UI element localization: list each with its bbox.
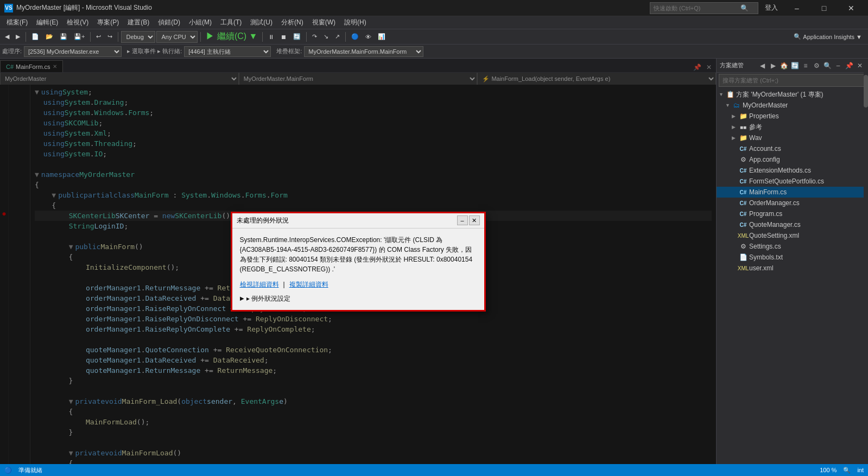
exception-close-button[interactable]: ✕: [469, 215, 480, 225]
exception-settings-toggle[interactable]: ▶ ▸ 例外狀況設定: [240, 294, 477, 303]
step-into-button[interactable]: ↘: [321, 31, 331, 43]
thread-prefix: ▸ 選取事件 ▸ 執行緒:: [127, 47, 182, 55]
save-button[interactable]: 💾: [57, 31, 70, 43]
exception-error-text: System.Runtime.InteropServices.COMExcept…: [240, 235, 477, 274]
back-button[interactable]: ◀: [2, 31, 12, 43]
tree-quote-setting-xml[interactable]: XML QuoteSetting.xml: [717, 230, 868, 241]
expand-arrow-icon: ▶: [240, 294, 244, 302]
project-label: MyOrderMaster: [743, 101, 788, 109]
sep3: [118, 32, 118, 42]
thread-dropdown[interactable]: [4464] 主執行緒: [184, 46, 271, 57]
form-cs-icon: C#: [739, 177, 747, 186]
symbols-spacer: [732, 255, 737, 260]
app-insights-button[interactable]: 🔍 Application Insights ▼: [790, 31, 866, 42]
menu-view[interactable]: 檢視(V): [62, 16, 93, 29]
menu-tools[interactable]: 工具(T): [216, 16, 246, 29]
step-over-button[interactable]: ↷: [309, 31, 320, 43]
debug-bar: 處理序: [2536] MyOrderMaster.exe ▸ 選取事件 ▸ 執…: [0, 45, 868, 59]
tree-user-xml[interactable]: XML user.xml: [717, 263, 868, 274]
solution-search-input[interactable]: [719, 74, 866, 87]
continue-button[interactable]: ▶ 繼續(C) ▼: [204, 31, 259, 43]
mainform-cs-icon: C#: [739, 188, 747, 196]
new-button[interactable]: 📄: [29, 31, 42, 43]
menu-edit[interactable]: 編輯(E): [32, 16, 62, 29]
solution-root-item[interactable]: ▼ 📋 方案 'MyOrderMaster' (1 專案): [717, 89, 868, 100]
redo-button[interactable]: ↪: [105, 31, 115, 43]
prog-cs-icon: C#: [739, 210, 747, 218]
tree-symbols-txt[interactable]: 📄 Symbols.txt: [717, 252, 868, 263]
breakpoints-button[interactable]: 🔵: [349, 31, 362, 43]
diagnostic-button[interactable]: 📊: [375, 31, 388, 43]
project-item[interactable]: ▼ 🗂 MyOrderMaster: [717, 100, 868, 111]
save-all-button[interactable]: 💾+: [71, 31, 87, 43]
tree-account-cs[interactable]: C# Account.cs: [717, 143, 868, 154]
solution-scrollbar[interactable]: [864, 59, 868, 464]
debug-status-icon: 🔵: [4, 467, 12, 474]
editor-area: C# MainForm.cs ✕ 📌 ✕ MyOrderMaster MyOrd…: [0, 59, 716, 464]
tree-form-set-quote[interactable]: C# FormSetQuotePortfolio.cs: [717, 176, 868, 187]
menu-project[interactable]: 專案(P): [93, 16, 123, 29]
menu-test[interactable]: 測試(U): [246, 16, 277, 29]
status-bar: 🔵 準備就緒 100 % 🔍 int: [0, 464, 868, 476]
panel-search-scope-button[interactable]: 🔍: [822, 61, 832, 71]
tree-extension-methods[interactable]: C# ExtensionMethods.cs: [717, 165, 868, 176]
watch-button[interactable]: 👁: [363, 31, 374, 43]
quote-label: QuoteManager.cs: [749, 221, 801, 229]
panel-back-button[interactable]: ◀: [757, 61, 767, 71]
menu-team[interactable]: 小組(M): [185, 16, 216, 29]
tree-settings-cs[interactable]: ⚙ Settings.cs: [717, 241, 868, 252]
copy-details-link[interactable]: 複製詳細資料: [289, 280, 328, 289]
panel-refresh-button[interactable]: 🔄: [790, 61, 800, 71]
forward-button[interactable]: ▶: [13, 31, 23, 43]
tree-order-manager[interactable]: C# OrderManager.cs: [717, 198, 868, 208]
debug-status-text: 準備就緒: [18, 466, 42, 474]
panel-pin-button[interactable]: 📌: [844, 61, 854, 71]
toolbar: ◀ ▶ 📄 📂 💾 💾+ ↩ ↪ Debug Any CPU ▶ 繼續(C) ▼…: [0, 29, 868, 45]
frame-dropdown[interactable]: MyOrderMaster.MainForm.MainForm: [304, 46, 423, 57]
process-dropdown[interactable]: [2536] MyOrderMaster.exe: [24, 46, 122, 57]
exception-links: 檢視詳細資料 | 複製詳細資料: [240, 280, 477, 289]
quick-launch-input[interactable]: [654, 5, 740, 11]
exception-minimize-button[interactable]: –: [457, 215, 468, 225]
panel-min-button[interactable]: –: [833, 61, 843, 71]
pause-button[interactable]: ⏸: [265, 31, 277, 43]
prog-label: Program.cs: [749, 210, 782, 218]
menu-file[interactable]: 檔案(F): [2, 16, 32, 29]
debug-mode-dropdown[interactable]: Debug: [121, 31, 155, 43]
step-out-button[interactable]: ↗: [332, 31, 343, 43]
quick-launch-search[interactable]: 🔍: [650, 2, 758, 14]
login-label[interactable]: 登入: [765, 3, 778, 12]
menu-debug[interactable]: 偵錯(D): [154, 16, 185, 29]
panel-home-button[interactable]: 🏠: [779, 61, 789, 71]
stop-button[interactable]: ⏹: [278, 31, 289, 43]
restart-button[interactable]: 🔄: [290, 31, 303, 43]
exception-overlay: 未處理的例外狀況 – ✕ System.Runtime.InteropServi…: [0, 59, 716, 464]
menu-build[interactable]: 建置(B): [123, 16, 154, 29]
menu-help[interactable]: 說明(H): [340, 16, 371, 29]
undo-button[interactable]: ↩: [93, 31, 104, 43]
tree-app-config[interactable]: ⚙ App.config: [717, 154, 868, 165]
view-details-link[interactable]: 檢視詳細資料: [240, 280, 279, 289]
open-button[interactable]: 📂: [43, 31, 56, 43]
platform-dropdown[interactable]: Any CPU: [156, 31, 198, 43]
frame-label: 堆疊框架:: [276, 47, 302, 55]
exception-title-text: 未處理的例外狀況: [237, 216, 289, 225]
panel-settings-button[interactable]: ⚙: [812, 61, 821, 71]
tree-mainform-cs[interactable]: C# MainForm.cs: [717, 187, 868, 198]
panel-forward-button[interactable]: ▶: [768, 61, 778, 71]
panel-collapse-button[interactable]: ≡: [801, 61, 810, 71]
menu-analyze[interactable]: 分析(N): [277, 16, 308, 29]
tree-wav[interactable]: ▶ 📁 Wav: [717, 132, 868, 143]
tree-references[interactable]: ▶ ■■ 參考: [717, 122, 868, 132]
maximize-button[interactable]: □: [812, 0, 837, 16]
minimize-button[interactable]: –: [784, 0, 809, 16]
tree-quote-manager[interactable]: C# QuoteManager.cs: [717, 219, 868, 230]
solution-label: 方案 'MyOrderMaster' (1 專案): [736, 90, 823, 99]
vs-icon: VS: [4, 4, 13, 12]
tree-properties[interactable]: ▶ 📁 Properties: [717, 111, 868, 122]
tree-program-cs[interactable]: C# Program.cs: [717, 208, 868, 219]
close-button[interactable]: ✕: [839, 0, 864, 16]
xml-icon: XML: [739, 231, 747, 240]
menu-window[interactable]: 視窗(W): [308, 16, 340, 29]
link-separator: |: [283, 280, 285, 289]
